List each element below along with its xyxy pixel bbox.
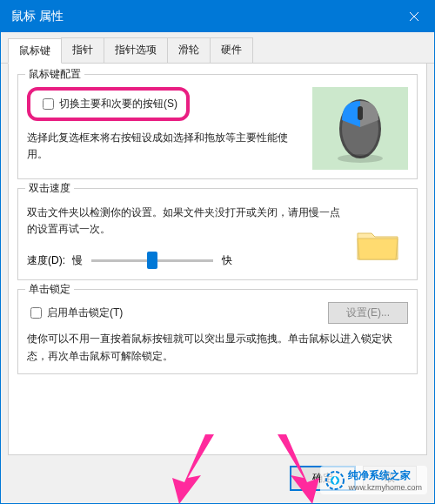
clicklock-checkbox[interactable]	[30, 307, 42, 319]
window-title: 鼠标 属性	[11, 9, 64, 24]
watermark-url: www.kzmyhome.com	[348, 483, 422, 492]
clicklock-desc: 使你可以不用一直按着鼠标按钮就可以突出显示或拖拽。单击鼠标以进入锁定状态，再次单…	[27, 331, 408, 364]
clicklock-settings-button: 设置(E)...	[328, 302, 408, 324]
titlebar: 鼠标 属性	[1, 1, 434, 32]
group-button-config: 鼠标键配置 切换主要和次要的按钮(S) 选择此复选框来将右按钮设成如选择和拖放等…	[17, 74, 418, 179]
tab-buttons[interactable]: 鼠标键	[8, 38, 62, 64]
mouse-preview	[312, 87, 408, 170]
folder-icon	[356, 226, 399, 263]
mouse-icon	[334, 94, 386, 164]
speed-slider[interactable]	[91, 252, 213, 269]
doubleclick-desc: 双击文件夹以检测你的设置。如果文件夹没打开或关闭，请用慢一点的设置再试一次。	[27, 205, 340, 238]
clicklock-label: 启用单击锁定(T)	[47, 306, 123, 320]
close-icon	[409, 11, 419, 22]
group-doubleclick-title: 双击速度	[25, 181, 74, 196]
swap-buttons-desc: 选择此复选框来将右按钮设成如选择和拖放等主要性能使用。	[27, 130, 305, 163]
speed-slow-label: 慢	[72, 253, 83, 268]
tab-content: 鼠标键配置 切换主要和次要的按钮(S) 选择此复选框来将右按钮设成如选择和拖放等…	[8, 64, 427, 455]
group-doubleclick: 双击速度 双击文件夹以检测你的设置。如果文件夹没打开或关闭，请用慢一点的设置再试…	[17, 188, 418, 280]
group-clicklock: 单击锁定 启用单击锁定(T) 设置(E)... 使你可以不用一直按着鼠标按钮就可…	[17, 289, 418, 373]
folder-preview[interactable]	[347, 218, 408, 271]
speed-slider-row: 速度(D): 慢 快	[27, 250, 340, 271]
swap-buttons-row[interactable]: 切换主要和次要的按钮(S)	[39, 96, 177, 112]
tab-hardware[interactable]: 硬件	[210, 37, 253, 63]
tab-strip: 鼠标键 指针 指针选项 滑轮 硬件	[1, 32, 434, 64]
swap-buttons-label: 切换主要和次要的按钮(S)	[59, 97, 177, 111]
tab-wheel[interactable]: 滑轮	[167, 37, 211, 63]
svg-rect-2	[358, 106, 363, 120]
close-button[interactable]	[394, 1, 434, 32]
tab-pointers[interactable]: 指针	[61, 37, 104, 63]
swap-buttons-checkbox[interactable]	[43, 98, 54, 110]
mouse-properties-dialog: 鼠标 属性 鼠标键 指针 指针选项 滑轮 硬件 鼠标键配置 切换主要和次要的按钮…	[0, 0, 435, 504]
watermark-brand: 纯净系统之家	[348, 469, 411, 481]
speed-label: 速度(D):	[27, 253, 65, 268]
watermark: 纯净系统之家 www.kzmyhome.com	[320, 466, 427, 494]
watermark-logo-icon	[325, 471, 345, 490]
highlight-annotation: 切换主要和次要的按钮(S)	[27, 87, 190, 121]
clicklock-row[interactable]: 启用单击锁定(T)	[27, 305, 123, 321]
speed-fast-label: 快	[222, 253, 232, 268]
group-button-config-title: 鼠标键配置	[25, 67, 84, 82]
svg-point-3	[338, 154, 383, 163]
tab-pointer-options[interactable]: 指针选项	[104, 37, 168, 63]
group-clicklock-title: 单击锁定	[25, 282, 74, 297]
